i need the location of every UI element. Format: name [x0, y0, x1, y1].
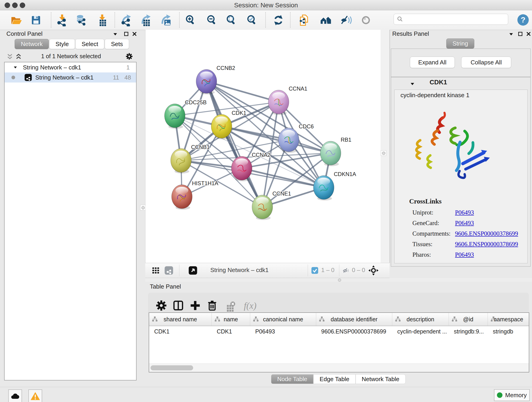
crosslink-pharos-link[interactable]: P06493 [455, 251, 474, 258]
zoom-fit-button[interactable] [225, 13, 238, 27]
close-results-icon[interactable] [526, 31, 532, 37]
collapse-collection-icon[interactable] [13, 65, 18, 70]
save-session-button[interactable] [30, 13, 42, 27]
cloud-button[interactable] [8, 389, 22, 402]
cloud-icon [10, 391, 20, 401]
table-cell: P06493 [250, 328, 316, 335]
left-splitter[interactable] [140, 30, 145, 263]
import-network-button[interactable] [56, 13, 69, 27]
home-button[interactable] [319, 13, 332, 27]
window-title: Session: New Session [0, 2, 532, 9]
selected-nodes-checkbox-icon[interactable] [311, 267, 318, 274]
export-image-button[interactable] [159, 13, 172, 27]
birdseye-view-icon[interactable] [188, 266, 197, 275]
tab-network[interactable]: Network [15, 39, 49, 49]
show-panel-button[interactable] [360, 13, 372, 27]
tab-string[interactable]: String [446, 38, 474, 49]
delete-column-icon[interactable] [206, 299, 219, 312]
node-label-CCNA1: CCNA1 [289, 85, 307, 92]
network-row-selected[interactable]: String Network – cdk1 11 48 [5, 72, 136, 83]
node-RB1[interactable]: RB1 [320, 137, 351, 166]
expand-all-networks-icon[interactable] [15, 53, 22, 60]
export-table-button[interactable] [139, 13, 152, 27]
hidden-items-icon[interactable] [342, 267, 350, 274]
control-panel-title: Control Panel [6, 30, 43, 37]
zoom-selected-button[interactable] [246, 13, 259, 27]
column-header-name[interactable]: name [212, 313, 250, 326]
open-file-button[interactable] [10, 13, 22, 27]
network-edge-count: 48 [124, 74, 131, 81]
column-header--id[interactable]: @id [449, 313, 488, 326]
tab-network-table[interactable]: Network Table [355, 374, 405, 384]
float-results-icon[interactable] [517, 31, 523, 37]
tab-edge-table[interactable]: Edge Table [313, 374, 355, 384]
table-row[interactable]: CDK1CDK1P064939606.ENSP00000378699cyclin… [149, 326, 529, 337]
network-status-dot [12, 76, 15, 79]
pan-crosshair-icon[interactable] [368, 265, 379, 275]
share-document-button[interactable] [298, 13, 311, 27]
export-network-button[interactable] [120, 13, 133, 27]
hide-panel-button[interactable] [339, 13, 352, 27]
search-input[interactable] [394, 14, 508, 25]
node-label-CCNE1: CCNE1 [272, 191, 291, 197]
zoom-in-button[interactable] [184, 13, 197, 27]
float-panel-icon[interactable] [123, 31, 129, 37]
node-HIST1H1A[interactable]: HIST1H1A [172, 180, 218, 210]
crosslink-tissues-link[interactable]: 9606.ENSP00000378699 [455, 241, 518, 248]
network-collection-row[interactable]: String Network – cdk1 1 [5, 62, 136, 72]
column-header-namespace[interactable]: namespace [488, 313, 529, 326]
panel-menu-icon[interactable] [112, 31, 118, 37]
expand-all-button[interactable]: Expand All [410, 57, 455, 68]
warning-icon [30, 391, 40, 401]
crosslink-uniprot-link[interactable]: P06493 [455, 209, 474, 216]
collapse-all-networks-icon[interactable] [6, 53, 13, 60]
collapse-all-button[interactable]: Collapse All [461, 57, 511, 68]
warnings-button[interactable] [28, 389, 42, 402]
crosslink-genecard-link[interactable]: P06493 [455, 220, 474, 227]
column-header-database-identifier[interactable]: database identifier [316, 313, 392, 326]
results-panel-title: Results Panel [392, 30, 429, 37]
grid-view-icon[interactable] [151, 266, 160, 275]
network-overview-icon[interactable] [164, 266, 173, 275]
results-menu-icon[interactable] [508, 31, 514, 37]
delete-table-icon[interactable] [223, 299, 236, 312]
search-text-field[interactable] [405, 16, 508, 23]
collapse-gene-icon[interactable] [409, 81, 415, 87]
titlebar: Session: New Session [0, 0, 532, 10]
network-canvas[interactable]: CCNB2CCNA1CDC25BCDK1CDC6RB1CCNB1CCNA2CDK… [145, 30, 380, 263]
column-header-shared-name[interactable]: shared name [149, 313, 212, 326]
column-tree-icon [451, 316, 458, 322]
node-CDKN1A[interactable]: CDKN1A [313, 171, 356, 201]
memory-button[interactable]: Memory [494, 389, 530, 401]
show-columns-icon[interactable] [172, 299, 185, 312]
import-database-button[interactable] [75, 13, 88, 27]
tab-sets[interactable]: Sets [105, 39, 129, 49]
refresh-view-button[interactable] [272, 13, 285, 27]
tab-select[interactable]: Select [75, 39, 104, 49]
network-type-icon [24, 74, 32, 81]
create-column-icon[interactable] [189, 299, 202, 312]
collection-label: String Network – cdk1 [23, 64, 81, 71]
tab-style[interactable]: Style [49, 39, 75, 49]
column-tree-icon [152, 316, 158, 322]
search-icon [397, 16, 404, 23]
column-header-canonical-name[interactable]: canonical name [250, 313, 316, 326]
node-CCNE1[interactable]: CCNE1 [252, 191, 291, 220]
table-hscrollbar[interactable] [149, 364, 529, 372]
crosslink-row: Compartments:9606.ENSP00000378699 [412, 230, 450, 237]
network-options-gear-icon[interactable] [125, 52, 133, 61]
column-header-description[interactable]: description [392, 313, 449, 326]
help-button[interactable]: ? [517, 14, 529, 26]
memory-label: Memory [505, 392, 527, 399]
import-table-button[interactable] [96, 13, 109, 27]
zoom-out-button[interactable] [206, 13, 218, 27]
close-panel-icon[interactable] [132, 31, 138, 37]
gene-symbol: CDK1 [430, 79, 447, 86]
tab-node-table[interactable]: Node Table [271, 374, 313, 384]
right-splitter[interactable] [380, 30, 390, 263]
table-hscrollbar-thumb[interactable] [151, 365, 193, 370]
crosslink-compartments-link[interactable]: 9606.ENSP00000378699 [455, 230, 518, 237]
selected-count: 1 – 0 [321, 267, 335, 274]
table-settings-gear-icon[interactable] [155, 299, 168, 312]
crosslink-row: GeneCard:P06493 [412, 220, 439, 227]
